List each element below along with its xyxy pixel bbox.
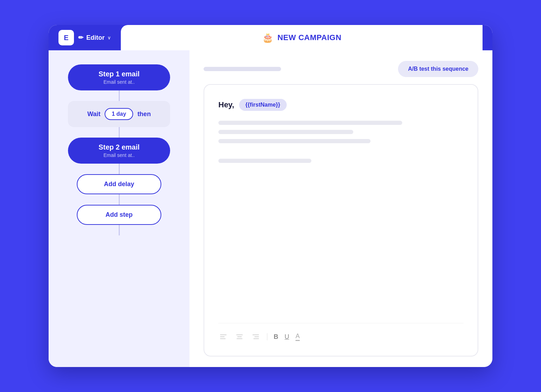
app-container: E ✏ Editor ∨ 🎂 NEW CAMPAIGN Step 1 email…	[49, 25, 492, 367]
topbar: E ✏ Editor ∨ 🎂 NEW CAMPAIGN	[49, 25, 492, 50]
email-editor-box[interactable]: Hey, {{firstName}}	[204, 84, 478, 356]
editor-toolbar: B U A	[218, 323, 464, 342]
ab-test-button[interactable]: A/B test this sequence	[398, 61, 478, 77]
placeholder-line-1	[218, 121, 402, 125]
placeholder-gap	[218, 152, 464, 159]
placeholder-line-4	[218, 159, 311, 163]
editor-header: A/B test this sequence	[204, 61, 478, 77]
placeholder-line-2	[218, 130, 353, 134]
placeholder-lines-2	[218, 159, 464, 163]
topbar-center: 🎂 NEW CAMPAIGN	[121, 25, 483, 50]
align-center-icon[interactable]	[235, 332, 244, 342]
font-color-button[interactable]: A	[296, 333, 300, 341]
align-right-icon[interactable]	[251, 332, 261, 342]
connector-1	[119, 90, 120, 101]
wait-duration-badge[interactable]: 1 day	[105, 108, 133, 120]
topbar-left: E ✏ Editor ∨	[58, 25, 121, 51]
step2-email-block[interactable]: Step 2 email Email sent at..	[68, 138, 170, 164]
campaign-emoji: 🎂	[262, 32, 273, 43]
add-step-button[interactable]: Add step	[77, 205, 161, 225]
wait-block: Wait 1 day then	[68, 101, 170, 127]
greeting-hey: Hey,	[218, 100, 234, 109]
right-panel: A/B test this sequence Hey, {{firstName}…	[189, 50, 492, 367]
main-content: Step 1 email Email sent at.. Wait 1 day …	[49, 50, 492, 367]
firstname-tag[interactable]: {{firstName}}	[239, 99, 287, 111]
step1-email-block[interactable]: Step 1 email Email sent at..	[68, 64, 170, 90]
wait-label: Wait	[87, 110, 100, 118]
step2-title: Step 2 email	[81, 143, 157, 151]
step2-subtitle: Email sent at..	[81, 152, 157, 158]
left-panel: Step 1 email Email sent at.. Wait 1 day …	[49, 50, 189, 367]
editor-text: Editor	[86, 34, 105, 42]
steps-flow: Step 1 email Email sent at.. Wait 1 day …	[59, 64, 179, 235]
add-delay-button[interactable]: Add delay	[77, 174, 161, 194]
connector-3	[119, 164, 120, 174]
placeholder-lines	[218, 121, 464, 143]
placeholder-line-3	[218, 139, 371, 143]
step1-title: Step 1 email	[81, 70, 157, 78]
connector-4	[119, 194, 120, 205]
wait-then-label: then	[137, 110, 151, 118]
chevron-down-icon: ∨	[107, 35, 111, 40]
connector-5	[119, 225, 120, 235]
pencil-icon: ✏	[78, 34, 83, 42]
underline-button[interactable]: U	[285, 333, 289, 341]
editor-label-group: ✏ Editor ∨	[78, 34, 111, 42]
toolbar-divider-1	[267, 333, 267, 340]
campaign-title: NEW CAMPAIGN	[278, 33, 342, 42]
align-left-icon[interactable]	[218, 332, 228, 342]
bold-button[interactable]: B	[274, 333, 278, 341]
email-greeting: Hey, {{firstName}}	[218, 99, 464, 111]
step1-subtitle: Email sent at..	[81, 79, 157, 85]
connector-2	[119, 127, 120, 138]
logo-icon: E	[58, 30, 74, 45]
subject-input[interactable]	[204, 67, 281, 71]
